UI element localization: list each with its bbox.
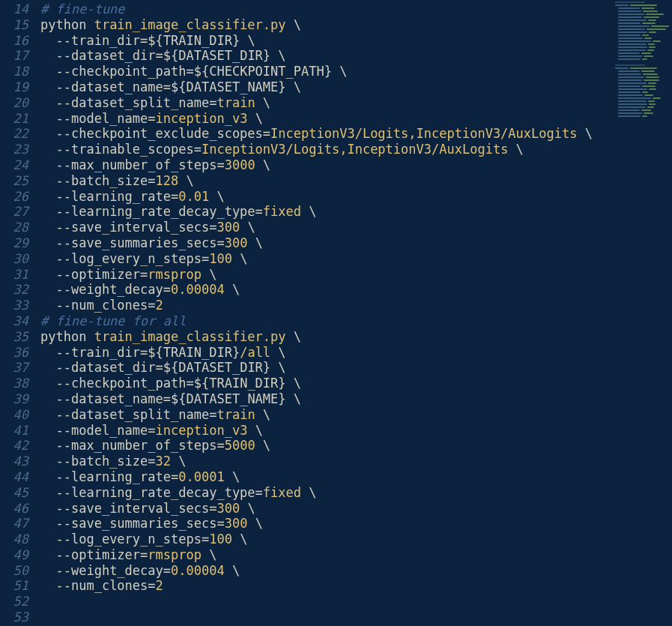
- minimap-row: [615, 40, 669, 43]
- code-line[interactable]: --save_interval_secs=300 \: [40, 501, 672, 517]
- minimap-row: [615, 115, 669, 118]
- code-line[interactable]: # fine-tune: [40, 1, 672, 17]
- line-number: 29: [0, 235, 36, 251]
- line-number: 27: [0, 204, 36, 220]
- minimap-row: [615, 19, 669, 22]
- line-number: 25: [0, 173, 36, 189]
- code-line[interactable]: --learning_rate=0.01 \: [40, 189, 672, 205]
- code-line[interactable]: --dataset_name=${DATASET_NAME} \: [40, 391, 672, 407]
- line-number: 38: [0, 376, 36, 391]
- line-number: 46: [0, 501, 36, 517]
- minimap-row: [615, 13, 669, 16]
- minimap-row: [615, 37, 669, 40]
- line-number: 19: [0, 79, 36, 95]
- code-line[interactable]: --batch_size=128 \: [40, 173, 672, 189]
- line-number: 22: [0, 126, 36, 142]
- code-line[interactable]: --max_number_of_steps=3000 \: [40, 157, 672, 173]
- line-number: 34: [0, 313, 36, 329]
- code-line[interactable]: --optimizer=rmsprop \: [40, 267, 672, 283]
- code-line[interactable]: --save_summaries_secs=300 \: [40, 235, 672, 251]
- line-number: 31: [0, 267, 36, 283]
- minimap-row: [615, 46, 669, 49]
- code-line[interactable]: --checkpoint_path=${CHECKPOINT_PATH} \: [40, 64, 672, 79]
- code-line[interactable]: --model_name=inception_v3 \: [40, 111, 672, 127]
- code-line[interactable]: --trainable_scopes=InceptionV3/Logits,In…: [40, 142, 672, 157]
- code-line[interactable]: python train_image_classifier.py \: [40, 17, 672, 33]
- line-number: 28: [0, 220, 36, 235]
- line-number: 26: [0, 189, 36, 205]
- code-line[interactable]: --save_summaries_secs=300 \: [40, 516, 672, 532]
- code-line[interactable]: --model_name=inception_v3 \: [40, 423, 672, 439]
- code-line[interactable]: --save_interval_secs=300 \: [40, 220, 672, 235]
- code-line[interactable]: --dataset_split_name=train \: [40, 95, 672, 111]
- code-line[interactable]: python train_image_classifier.py \: [40, 329, 672, 345]
- line-number: 14: [0, 1, 36, 17]
- minimap-row: [615, 88, 669, 91]
- code-line[interactable]: --dataset_dir=${DATASET_DIR} \: [40, 48, 672, 64]
- code-line[interactable]: --log_every_n_steps=100 \: [40, 251, 672, 267]
- minimap-row: [615, 82, 669, 85]
- code-line[interactable]: --num_clones=2: [40, 298, 672, 313]
- code-line[interactable]: --batch_size=32 \: [40, 454, 672, 469]
- code-line[interactable]: --weight_decay=0.00004 \: [40, 563, 672, 579]
- minimap-row: [615, 1, 669, 4]
- minimap-row: [615, 118, 669, 121]
- minimap-row: [615, 79, 669, 82]
- minimap-row: [615, 64, 669, 67]
- code-line[interactable]: --num_clones=2: [40, 578, 672, 594]
- line-number: 15: [0, 17, 36, 33]
- code-line[interactable]: --dataset_name=${DATASET_NAME} \: [40, 79, 672, 95]
- code-line[interactable]: --learning_rate=0.0001 \: [40, 469, 672, 485]
- code-line[interactable]: --optimizer=rmsprop \: [40, 547, 672, 563]
- line-number: 47: [0, 516, 36, 532]
- code-editor[interactable]: 1415161718192021222324252627282930313233…: [0, 0, 672, 626]
- code-line[interactable]: --checkpoint_exclude_scopes=InceptionV3/…: [40, 126, 672, 142]
- minimap-row: [615, 55, 669, 58]
- line-number: 30: [0, 251, 36, 267]
- code-line[interactable]: --dataset_dir=${DATASET_DIR} \: [40, 360, 672, 376]
- code-line[interactable]: --train_dir=${TRAIN_DIR} \: [40, 33, 672, 49]
- minimap-row: [615, 16, 669, 19]
- line-number: 33: [0, 298, 36, 313]
- line-number: 37: [0, 360, 36, 376]
- minimap-row: [615, 91, 669, 94]
- minimap-row: [615, 112, 669, 115]
- line-number: 50: [0, 563, 36, 579]
- line-number: 23: [0, 142, 36, 157]
- line-number: 42: [0, 438, 36, 454]
- minimap-row: [615, 85, 669, 88]
- line-number: 32: [0, 282, 36, 298]
- line-number: 44: [0, 469, 36, 485]
- code-line[interactable]: --learning_rate_decay_type=fixed \: [40, 204, 672, 220]
- line-number: 24: [0, 157, 36, 173]
- code-line[interactable]: # fine-tune for all: [40, 313, 672, 329]
- minimap-row: [615, 43, 669, 46]
- minimap-row: [615, 10, 669, 13]
- minimap-row: [615, 25, 669, 28]
- minimap-row: [615, 49, 669, 52]
- minimap-row: [615, 73, 669, 76]
- gutter: 1415161718192021222324252627282930313233…: [0, 0, 36, 626]
- line-number: 40: [0, 407, 36, 423]
- minimap-row: [615, 103, 669, 106]
- line-number: 49: [0, 547, 36, 563]
- code-area[interactable]: # fine-tunepython train_image_classifier…: [36, 0, 672, 626]
- minimap-row: [615, 22, 669, 25]
- minimap-row: [615, 34, 669, 37]
- line-number: 17: [0, 48, 36, 64]
- code-line[interactable]: --log_every_n_steps=100 \: [40, 532, 672, 547]
- minimap-row: [615, 7, 669, 10]
- code-line[interactable]: --max_number_of_steps=5000 \: [40, 438, 672, 454]
- line-number: 48: [0, 532, 36, 547]
- code-line[interactable]: --weight_decay=0.00004 \: [40, 282, 672, 298]
- minimap-row: [615, 28, 669, 31]
- minimap-row: [615, 67, 669, 70]
- code-line[interactable]: --dataset_split_name=train \: [40, 407, 672, 423]
- code-line[interactable]: --train_dir=${TRAIN_DIR}/all \: [40, 345, 672, 361]
- code-line[interactable]: --checkpoint_path=${TRAIN_DIR} \: [40, 376, 672, 391]
- code-line[interactable]: --learning_rate_decay_type=fixed \: [40, 485, 672, 501]
- minimap-row: [615, 106, 669, 109]
- minimap-row: [615, 76, 669, 79]
- minimap-row: [615, 52, 669, 55]
- minimap[interactable]: [612, 0, 672, 626]
